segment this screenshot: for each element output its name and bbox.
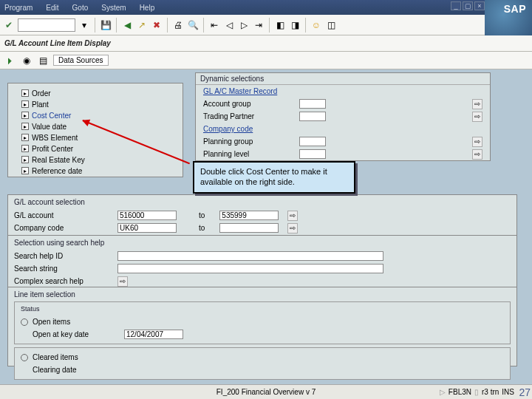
tree-item[interactable]: Profit Center <box>32 145 73 153</box>
close-icon[interactable]: × <box>474 1 485 10</box>
last-page-icon[interactable]: ⇥ <box>253 19 265 31</box>
company-code-label: Company code <box>14 224 117 232</box>
window-controls: _ ▢ × <box>451 1 485 10</box>
gl-account-from-input[interactable]: 516000 <box>117 211 177 220</box>
back-icon[interactable]: ◀ <box>121 19 133 31</box>
tree-node-icon[interactable]: ▸ <box>21 100 29 108</box>
menubar: Program Edit Goto System Help _ ▢ × <box>0 0 532 15</box>
session-icon[interactable]: ◧ <box>274 19 286 31</box>
tcode: FBL3N <box>449 388 471 396</box>
cancel-icon[interactable]: ✖ <box>151 19 163 31</box>
save-icon[interactable]: 💾 <box>100 19 112 31</box>
tree-node-icon[interactable]: ▸ <box>21 167 29 174</box>
multisel-icon[interactable]: ⇨ <box>472 99 482 109</box>
page-title: G/L Account Line Item Display <box>0 35 532 52</box>
tree-node-icon[interactable]: ▸ <box>21 112 29 119</box>
dynsel-icon[interactable]: ▤ <box>37 55 49 66</box>
menu-system[interactable]: System <box>101 4 126 12</box>
find-icon[interactable]: 🔍 <box>187 19 199 31</box>
enter-icon[interactable]: ✔ <box>3 19 15 31</box>
to-label: to <box>199 211 205 219</box>
dynamic-selections-panel: Dynamic selections GL A/C Master Record … <box>195 72 491 161</box>
print-icon[interactable]: 🖨 <box>172 19 184 31</box>
variant-icon[interactable]: ◉ <box>21 55 33 66</box>
command-field[interactable] <box>18 18 75 32</box>
dynsel-label: Planning group <box>203 137 299 146</box>
field-list-panel: ▸Order ▸Plant ▸Cost Center ▸Value date ▸… <box>7 83 183 177</box>
next-page-icon[interactable]: ▷ <box>238 19 250 31</box>
group-legend: Line item selection <box>14 290 511 299</box>
dynsel-label: Account group <box>203 100 299 108</box>
menu-edit[interactable]: Edit <box>46 4 58 12</box>
standard-toolbar: ✔ ▾ 💾 ◀ ↗ ✖ 🖨 🔍 ⇤ ◁ ▷ ⇥ ◧ ◨ ☺ ◫ <box>0 15 532 35</box>
tree-item[interactable]: Value date <box>32 123 66 131</box>
multisel-icon[interactable]: ⇨ <box>472 149 482 160</box>
tree-item[interactable]: Reference date <box>32 167 82 175</box>
search-help-id-label: Search help ID <box>14 252 117 260</box>
tree-node-icon[interactable]: ▸ <box>21 89 29 97</box>
gl-account-to-input[interactable]: 535999 <box>219 211 279 220</box>
account-group-input[interactable] <box>299 99 326 109</box>
first-page-icon[interactable]: ⇤ <box>208 19 220 31</box>
clearing-date-label: Clearing date <box>21 366 124 374</box>
multisel-icon[interactable]: ⇨ <box>472 137 482 147</box>
menu-help[interactable]: Help <box>140 4 155 12</box>
company-code-to-input[interactable] <box>219 223 279 233</box>
menu-program[interactable]: Program <box>4 4 33 12</box>
gl-account-label: G/L account <box>14 211 117 219</box>
search-help-group: Selection using search help Search help … <box>7 235 517 294</box>
cleared-items-radio[interactable] <box>21 354 28 361</box>
gl-master-record-link[interactable]: GL A/C Master Record <box>203 87 277 95</box>
planning-group-input[interactable] <box>299 137 326 146</box>
open-items-label: Open items <box>33 318 70 326</box>
menu-goto[interactable]: Goto <box>72 4 89 12</box>
footer-center: FI_200 Financial Overview v 7 <box>216 388 316 396</box>
company-code-from-input[interactable]: UK60 <box>117 223 177 233</box>
layout-icon[interactable]: ◫ <box>325 19 337 31</box>
to-label: to <box>199 224 205 232</box>
status-legend: Status <box>21 305 504 313</box>
sap-logo: SAP <box>504 3 526 15</box>
tree-item[interactable]: Plant <box>32 100 49 109</box>
data-sources-button[interactable]: Data Sources <box>53 55 109 66</box>
tree-item[interactable]: WBS Element <box>32 134 78 142</box>
tree-node-icon[interactable]: ▸ <box>21 134 29 141</box>
minimize-icon[interactable]: _ <box>451 1 461 10</box>
group-legend: Selection using search help <box>14 239 511 247</box>
trading-partner-input[interactable] <box>299 112 326 121</box>
exit-icon[interactable]: ↗ <box>136 19 148 31</box>
tree-item-cost-center[interactable]: Cost Center <box>32 112 71 120</box>
prev-page-icon[interactable]: ◁ <box>223 19 235 31</box>
app-toolbar: ⏵ ◉ ▤ Data Sources <box>0 52 532 69</box>
maximize-icon[interactable]: ▢ <box>463 1 473 10</box>
tree-node-icon[interactable]: ▸ <box>21 145 29 152</box>
open-date-input[interactable]: 12/04/2007 <box>124 330 183 339</box>
search-string-input[interactable] <box>117 264 383 273</box>
multisel-icon[interactable]: ⇨ <box>287 223 298 233</box>
tree-item[interactable]: Real Estate Key <box>32 156 85 164</box>
multisel-icon[interactable]: ⇨ <box>287 211 298 221</box>
dynsel-label: Planning level <box>203 150 299 158</box>
help2-icon[interactable]: ☺ <box>310 19 322 31</box>
open-date-label: Open at key date <box>21 330 124 338</box>
company-code-link[interactable]: Company code <box>203 125 299 133</box>
logo-area: SAP <box>485 0 532 35</box>
complex-search-button[interactable]: ⇨ <box>117 276 128 287</box>
planning-level-input[interactable] <box>299 149 326 159</box>
search-help-id-input[interactable] <box>117 251 383 261</box>
open-items-radio[interactable] <box>21 318 28 326</box>
tree-node-icon[interactable]: ▸ <box>21 156 29 163</box>
tree-node-icon[interactable]: ▸ <box>21 123 29 130</box>
search-string-label: Search string <box>14 265 117 273</box>
client: r3 trn <box>482 388 499 396</box>
tree-item[interactable]: Order <box>32 89 51 98</box>
multisel-icon[interactable]: ⇨ <box>472 112 482 122</box>
cleared-items-label: Cleared items <box>33 353 78 361</box>
dropdown-icon[interactable]: ▾ <box>78 19 90 31</box>
shortcut-icon[interactable]: ◨ <box>289 19 301 31</box>
server: INS <box>502 388 514 396</box>
dynsel-title: Dynamic selections <box>196 73 490 85</box>
execute-icon[interactable]: ⏵ <box>4 55 16 66</box>
gl-account-selection-group: G/L account selection G/L account 516000… <box>7 194 517 241</box>
instruction-callout: Double click Cost Center to make it avai… <box>193 161 355 194</box>
